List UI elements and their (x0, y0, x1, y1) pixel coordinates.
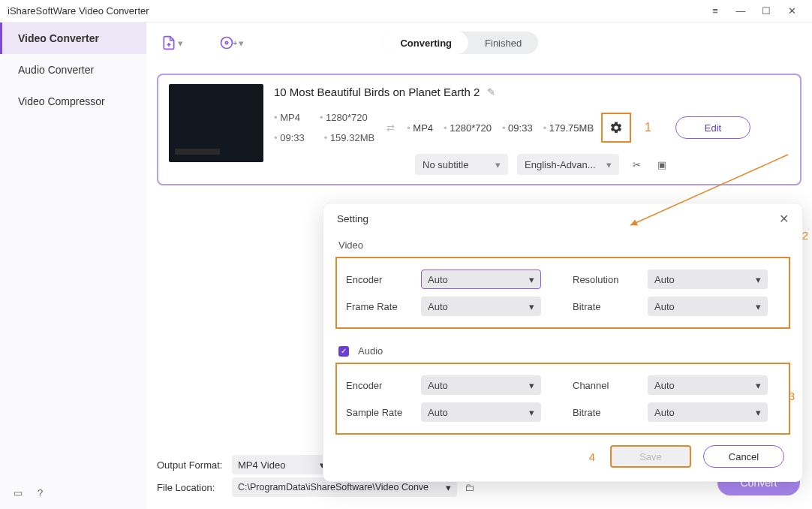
audio-channel-select[interactable]: Auto▾ (648, 375, 768, 395)
add-file-button[interactable]: ▾ (157, 32, 188, 53)
output-format-label: Output Format: (157, 459, 224, 471)
annotation-4: 4 (589, 450, 595, 463)
sample-rate-label: Sample Rate (346, 407, 421, 418)
open-folder-icon[interactable]: 🗀 (465, 482, 474, 493)
title-bar: iShareSoftWare Video Converter ≡ — ☐ ✕ (0, 0, 812, 23)
encoder-label: Encoder (346, 274, 421, 285)
app-title: iShareSoftWare Video Converter (8, 5, 149, 17)
chevron-down-icon: ▾ (178, 38, 183, 49)
tab-converting[interactable]: Converting (383, 32, 468, 54)
video-thumbnail[interactable] (169, 84, 263, 162)
svg-point-3 (225, 41, 227, 44)
modal-title: Setting (337, 213, 368, 224)
chevron-down-icon: ▾ (446, 482, 451, 493)
chevron-down-icon: ▾ (756, 407, 761, 418)
audio-sample-rate-select[interactable]: Auto▾ (421, 402, 541, 422)
hamburger-icon[interactable]: ≡ (702, 1, 728, 22)
tab-finished[interactable]: Finished (468, 32, 538, 54)
output-specs: MP4 1280*720 09:33 179.75MB (407, 122, 594, 134)
video-frame-rate-select[interactable]: Auto▾ (421, 297, 541, 316)
audio-settings-group: 3 Encoder Auto▾ Channel Auto▾ Sample Rat… (335, 363, 790, 435)
sidebar-item-video-converter[interactable]: Video Converter (0, 23, 146, 54)
chevron-down-icon: ▾ (529, 274, 534, 285)
cancel-button[interactable]: Cancel (703, 445, 784, 468)
video-bitrate-select[interactable]: Auto▾ (648, 297, 768, 316)
sidebar-item-label: Video Compressor (18, 95, 105, 107)
settings-button[interactable] (601, 113, 631, 143)
cut-icon[interactable]: ✂ (628, 159, 645, 170)
video-resolution-select[interactable]: Auto▾ (648, 270, 768, 289)
audio-checkbox[interactable]: ✓ (338, 346, 349, 357)
frame-rate-label: Frame Rate (346, 301, 421, 312)
bitrate-label: Bitrate (573, 407, 648, 418)
sidebar-item-audio-converter[interactable]: Audio Converter (0, 54, 146, 86)
video-section-label: Video (323, 233, 802, 257)
sidebar: Video Converter Audio Converter Video Co… (0, 23, 146, 509)
chevron-down-icon: ▾ (239, 38, 244, 49)
minimize-icon[interactable]: — (728, 1, 753, 22)
close-icon[interactable]: ✕ (779, 1, 804, 22)
chevron-down-icon: ▾ (495, 159, 501, 170)
svg-point-2 (221, 38, 233, 49)
sidebar-item-video-compressor[interactable]: Video Compressor (0, 86, 146, 117)
maximize-icon[interactable]: ☐ (753, 1, 779, 22)
sidebar-item-label: Video Converter (18, 32, 99, 44)
rename-icon[interactable]: ✎ (487, 86, 495, 98)
chevron-down-icon: ▾ (529, 301, 534, 312)
swap-icon[interactable]: ⇄ (386, 122, 395, 134)
source-specs: MP41280*720 09:33159.32MB (274, 112, 374, 143)
annotation-1: 1 (645, 121, 651, 134)
toolbar: ▾ + ▾ Converting Finished (157, 30, 801, 56)
item-title: 10 Most Beautiful Birds on Planet Earth … (274, 86, 480, 98)
chevron-down-icon: ▾ (756, 380, 761, 391)
add-disc-button[interactable]: + ▾ (215, 32, 248, 53)
save-button[interactable]: Save (610, 445, 691, 468)
video-settings-group: 2 Encoder Auto▾ Resolution Auto▾ Frame R… (335, 257, 790, 329)
sidebar-item-label: Audio Converter (18, 64, 94, 76)
audio-section-label: ✓ Audio (323, 339, 802, 363)
chevron-down-icon: ▾ (529, 407, 534, 418)
annotation-2: 2 (802, 229, 808, 242)
resolution-label: Resolution (573, 274, 648, 285)
bitrate-label: Bitrate (573, 301, 648, 312)
edit-button[interactable]: Edit (675, 116, 750, 139)
help-icon[interactable]: ? (38, 487, 43, 498)
chevron-down-icon: ▾ (756, 274, 761, 285)
conversion-item: 10 Most Beautiful Birds on Planet Earth … (157, 74, 801, 185)
book-icon[interactable]: ▭ (14, 487, 23, 498)
file-location-label: File Location: (157, 482, 224, 493)
crop-icon[interactable]: ▣ (654, 159, 670, 170)
close-icon[interactable]: ✕ (779, 212, 789, 226)
subtitle-select[interactable]: No subtitle▾ (415, 154, 508, 175)
video-encoder-select[interactable]: Auto▾ (421, 270, 541, 289)
annotation-3: 3 (789, 390, 795, 402)
encoder-label: Encoder (346, 380, 421, 391)
audio-bitrate-select[interactable]: Auto▾ (648, 402, 768, 422)
audio-track-select[interactable]: English-Advan...▾ (517, 154, 619, 175)
settings-modal: Setting ✕ Video 2 Encoder Auto▾ Resoluti… (323, 203, 803, 482)
chevron-down-icon: ▾ (606, 159, 612, 170)
audio-encoder-select[interactable]: Auto▾ (421, 375, 541, 395)
chevron-down-icon: ▾ (756, 301, 761, 312)
channel-label: Channel (573, 380, 648, 391)
status-tabs: Converting Finished (383, 32, 538, 54)
chevron-down-icon: ▾ (529, 380, 534, 391)
output-format-select[interactable]: MP4 Video▾ (232, 455, 331, 474)
